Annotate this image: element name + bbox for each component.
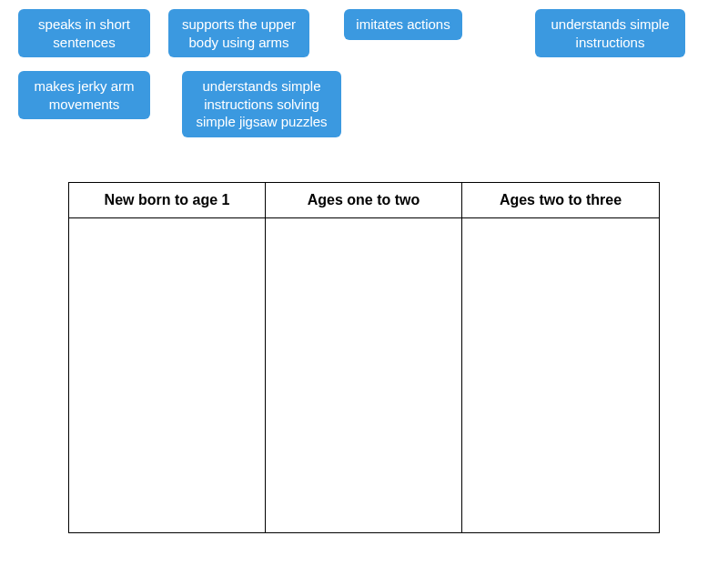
sorting-table-wrap: New born to age 1 Ages one to two Ages t… [68,182,660,533]
column-age-0-1: New born to age 1 [69,183,266,532]
sorting-table: New born to age 1 Ages one to two Ages t… [68,182,660,533]
column-age-1-2: Ages one to two [266,183,462,532]
draggable-card[interactable]: imitates actions [344,9,462,40]
drop-zone-age-1-2[interactable] [266,218,461,532]
draggable-card[interactable]: makes jerky arm movements [18,71,150,119]
draggable-card[interactable]: understands simple instructions [535,9,685,57]
column-age-2-3: Ages two to three [462,183,659,532]
draggable-card[interactable]: speaks in short sentences [18,9,150,57]
column-header: New born to age 1 [69,183,265,218]
draggable-card[interactable]: understands simple instructions solving … [182,71,341,137]
draggable-card[interactable]: supports the upper body using arms [168,9,309,57]
drop-zone-age-2-3[interactable] [462,218,659,532]
drop-zone-age-0-1[interactable] [69,218,265,532]
column-header: Ages two to three [462,183,659,218]
column-header: Ages one to two [266,183,461,218]
